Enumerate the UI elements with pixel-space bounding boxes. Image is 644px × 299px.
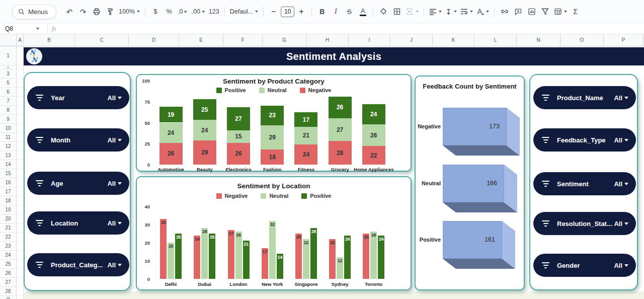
search-menus-button[interactable]: Menus bbox=[12, 5, 56, 19]
filter-value-dropdown[interactable]: All bbox=[107, 136, 122, 144]
row-header-9[interactable]: 9 bbox=[0, 115, 16, 124]
column-header-B[interactable]: B bbox=[24, 34, 75, 46]
cell-a28[interactable] bbox=[17, 287, 23, 296]
row-header-24[interactable]: 24 bbox=[0, 251, 16, 260]
row-header-19[interactable]: 19 bbox=[0, 205, 16, 214]
cell-a27[interactable] bbox=[17, 278, 23, 287]
filter-value-dropdown[interactable]: All bbox=[614, 220, 628, 228]
cell-a22[interactable] bbox=[17, 233, 23, 242]
row-header-16[interactable]: 16 bbox=[0, 178, 16, 187]
strikethrough-button[interactable]: S bbox=[343, 5, 356, 19]
row-header-23[interactable]: 23 bbox=[0, 242, 16, 251]
table-views-button[interactable] bbox=[552, 5, 569, 19]
paint-format-button[interactable] bbox=[104, 5, 117, 19]
cell-a16[interactable] bbox=[17, 178, 23, 187]
insert-chart-button[interactable] bbox=[525, 5, 538, 19]
row-header-27[interactable]: 27 bbox=[0, 278, 16, 287]
cell-a14[interactable] bbox=[17, 160, 23, 169]
functions-button[interactable]: Σ bbox=[569, 5, 582, 19]
insert-link-button[interactable] bbox=[498, 5, 511, 19]
cell-a17[interactable] bbox=[17, 187, 23, 196]
font-family-select[interactable]: Defaul... bbox=[228, 5, 260, 19]
row-header-1[interactable]: 1 bbox=[0, 46, 16, 65]
row-header-14[interactable]: 14 bbox=[0, 160, 16, 169]
increase-decimal-button[interactable]: .00 bbox=[190, 5, 206, 19]
filter-value-dropdown[interactable]: All bbox=[614, 180, 628, 188]
filter-value-dropdown[interactable]: All bbox=[614, 136, 628, 144]
redo-button[interactable]: ↷ bbox=[76, 5, 90, 19]
column-header-P[interactable]: P bbox=[604, 34, 643, 46]
column-header-L[interactable]: L bbox=[474, 34, 517, 46]
format-percent-button[interactable]: % bbox=[163, 5, 176, 19]
cell-a7[interactable] bbox=[17, 97, 23, 106]
text-color-button[interactable]: A bbox=[356, 5, 369, 19]
row-header-11[interactable]: 11 bbox=[0, 133, 16, 142]
fill-color-button[interactable] bbox=[377, 5, 390, 19]
column-header-E[interactable]: E bbox=[179, 34, 223, 46]
filter-value-dropdown[interactable]: All bbox=[614, 94, 628, 102]
more-formats-button[interactable]: 123 bbox=[207, 5, 221, 19]
create-filter-button[interactable] bbox=[539, 5, 552, 19]
text-wrap-button[interactable] bbox=[459, 5, 474, 19]
column-header-J[interactable]: J bbox=[390, 34, 433, 46]
filter-sentiment[interactable]: SentimentAll bbox=[533, 172, 636, 195]
cell-a25[interactable] bbox=[17, 260, 23, 269]
filter-product-categ-[interactable]: Product_Categ...All bbox=[27, 253, 129, 276]
column-header-K[interactable]: K bbox=[433, 34, 474, 46]
cell-a11[interactable] bbox=[17, 133, 23, 142]
column-header-C[interactable]: C bbox=[75, 34, 129, 46]
filter-value-dropdown[interactable]: All bbox=[614, 262, 628, 269]
cell-a9[interactable] bbox=[17, 115, 23, 124]
print-button[interactable] bbox=[90, 5, 103, 19]
row-header-2[interactable]: 2 bbox=[0, 65, 16, 69]
column-header-O[interactable]: O bbox=[560, 34, 604, 46]
column-header-I[interactable]: I bbox=[349, 34, 390, 46]
row-header-22[interactable]: 22 bbox=[0, 233, 16, 242]
cell-a15[interactable] bbox=[17, 169, 23, 178]
row-header-10[interactable]: 10 bbox=[0, 124, 16, 133]
select-all-corner[interactable] bbox=[0, 34, 17, 46]
chart-location[interactable]: Sentiment by LocationNegativeNeutralPosi… bbox=[136, 176, 412, 290]
filter-gender[interactable]: GenderAll bbox=[533, 254, 636, 277]
row-header-6[interactable]: 6 bbox=[0, 88, 16, 97]
row-header-20[interactable]: 20 bbox=[0, 214, 16, 223]
format-currency-button[interactable]: $ bbox=[149, 5, 162, 19]
cell-a13[interactable] bbox=[17, 151, 23, 160]
row-header-29[interactable]: 29 bbox=[0, 296, 16, 299]
cell-a23[interactable] bbox=[17, 242, 23, 251]
row-header-26[interactable]: 26 bbox=[0, 269, 16, 278]
text-rotation-button[interactable] bbox=[475, 5, 491, 19]
cell-a6[interactable] bbox=[17, 88, 23, 97]
row-header-3[interactable]: 3 bbox=[0, 69, 16, 79]
column-header-N[interactable]: N bbox=[517, 34, 560, 46]
font-size-input[interactable]: 10 bbox=[281, 7, 294, 17]
cell-a12[interactable] bbox=[17, 142, 23, 151]
increase-font-size-button[interactable] bbox=[295, 5, 308, 19]
row-header-21[interactable]: 21 bbox=[0, 223, 16, 233]
column-header-F[interactable]: F bbox=[223, 34, 263, 46]
bold-button[interactable]: B bbox=[315, 5, 329, 19]
cell-a3[interactable] bbox=[17, 69, 23, 79]
cell-a5[interactable] bbox=[17, 79, 23, 88]
column-header-D[interactable]: D bbox=[129, 34, 179, 46]
undo-button[interactable]: ↶ bbox=[63, 5, 76, 19]
name-box[interactable]: Q8 bbox=[0, 25, 43, 32]
cell-a24[interactable] bbox=[17, 251, 23, 260]
filter-year[interactable]: YearAll bbox=[27, 86, 129, 109]
merge-cells-button[interactable] bbox=[404, 5, 420, 19]
filter-feedback-type[interactable]: Feedback_TypeAll bbox=[533, 128, 636, 152]
row-header-25[interactable]: 25 bbox=[0, 260, 16, 269]
row-header-15[interactable]: 15 bbox=[0, 169, 16, 178]
cell-a20[interactable] bbox=[17, 214, 23, 223]
horizontal-align-button[interactable] bbox=[428, 5, 443, 19]
column-header-G[interactable]: G bbox=[263, 34, 306, 46]
column-header-H[interactable]: H bbox=[306, 34, 349, 46]
cell-a26[interactable] bbox=[17, 269, 23, 278]
row-header-18[interactable]: 18 bbox=[0, 196, 16, 205]
zoom-select[interactable]: 100% bbox=[117, 5, 141, 19]
row-header-8[interactable]: 8 bbox=[0, 106, 16, 115]
decrease-font-size-button[interactable] bbox=[267, 5, 280, 19]
cell-a8[interactable] bbox=[17, 106, 23, 115]
cell-a29[interactable] bbox=[17, 296, 23, 299]
italic-button[interactable]: I bbox=[329, 5, 342, 19]
